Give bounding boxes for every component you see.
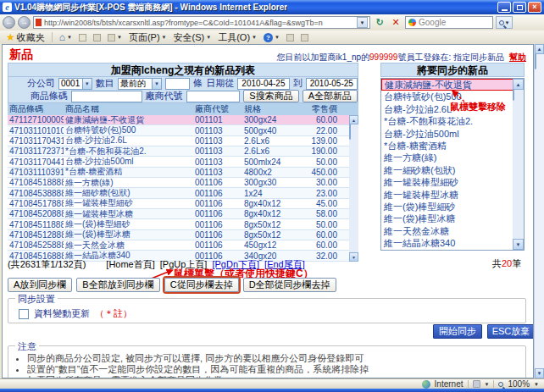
help-icon: ? (264, 33, 273, 42)
list-item[interactable]: 維一(袋)棒型細砂 (381, 201, 513, 213)
address-dropdown[interactable]: ▼ (357, 17, 368, 28)
table-scrollbar[interactable]: ▲ ▼ (349, 115, 358, 262)
data-update-checkbox[interactable] (19, 309, 29, 319)
status-bar: Internet ▼ 100% ▼ (0, 378, 544, 389)
restore-button[interactable] (513, 2, 526, 13)
list-item[interactable]: *台糖-糖蜜酒精 (381, 140, 513, 152)
sync-button-d[interactable]: D全部從同步欄去掉 (243, 278, 336, 292)
list-scrollbar[interactable]: ▲ ▼ (513, 79, 524, 250)
home-icon: ⌂ (59, 32, 65, 42)
tools-menu-label: 工具(O) (218, 31, 250, 44)
help-menu[interactable]: ? ▼ (262, 31, 281, 44)
sync-button-b[interactable]: B全部放到同步欄 (76, 278, 159, 292)
table-cell: 4710845128888 (8, 230, 64, 240)
table-cell: 001106 (193, 220, 242, 229)
back-button[interactable]: ← (3, 16, 15, 29)
sync-button-a[interactable]: A放到同步欄 (8, 278, 72, 292)
forward-button[interactable]: → (18, 16, 31, 29)
safety-menu[interactable]: 安全(S) ▼ (172, 31, 214, 44)
table-cell: 001106 (193, 230, 242, 240)
print-button[interactable]: ▼ (106, 31, 124, 44)
restore-icon (517, 5, 523, 10)
table-cell: 4710845118889 (8, 220, 64, 229)
list-item[interactable]: 維一方糖(綠) (381, 152, 513, 163)
extra-tool-button-2[interactable] (299, 31, 310, 44)
barcode-input[interactable] (71, 91, 142, 102)
table-cell: 4710311704417 (8, 157, 64, 167)
browser-window: e V1.04購物網同步作業[X-POS 雲端商務網] - Windows In… (0, 0, 544, 392)
page-menu[interactable]: 页面(P) ▼ (127, 31, 169, 44)
scrollbar-thumb[interactable] (513, 89, 514, 101)
scrollbar-thumb[interactable] (349, 124, 351, 140)
chevron-down-icon: ▼ (505, 20, 510, 25)
stop-button[interactable]: ✕ (389, 16, 402, 29)
read-mail-button[interactable] (92, 31, 103, 44)
remove-annotation: 鼠標雙擊移除 (450, 101, 506, 113)
list-item[interactable]: 維一天然金冰糖 (381, 225, 513, 237)
table-cell: 450.00 (291, 168, 344, 177)
page-scrollbar[interactable]: ▲ ▼ (534, 44, 544, 378)
date-to-input[interactable]: 2010-05-25 (306, 78, 358, 90)
list-item[interactable]: *台糖-不飽和葵花油2. (381, 115, 513, 127)
close-button[interactable]: × (528, 2, 541, 13)
sync-count: 共20筆 (492, 257, 521, 270)
page-menu-label: 页面(P) (129, 31, 160, 44)
table-cell: 500gx40 (242, 126, 291, 135)
vendor-label: 廠商代號 (146, 90, 183, 102)
scroll-up-icon[interactable]: ▲ (535, 44, 544, 54)
all-new-products-button[interactable]: A全部新品 (303, 90, 358, 102)
sync-button-c[interactable]: C從同步欄去掉 (164, 278, 239, 292)
table-cell: 4710845178883 (8, 199, 64, 208)
protected-mode-icon (473, 380, 480, 388)
scroll-down-icon[interactable]: ▼ (513, 239, 524, 250)
feeds-button[interactable] (77, 31, 88, 44)
tools-menu[interactable]: 工具(O) ▼ (216, 31, 258, 44)
search-products-button[interactable]: S搜索商品 (243, 90, 298, 102)
list-item[interactable]: 台糖-沙拉油500ml (381, 128, 513, 140)
search-button[interactable]: ▼ (496, 16, 513, 29)
order-select[interactable]: 最前的 ▼ (118, 78, 162, 90)
extra-tool-button[interactable] (285, 31, 296, 44)
status-zone: Internet (435, 379, 464, 389)
start-sync-button[interactable]: 開始同步 (433, 324, 482, 339)
filter-panel: 分公司 0001 ▼ 數目 最前的 ▼ 條 日期從 2010-04-25 到 2… (8, 77, 358, 103)
home-button[interactable]: ⌂ ▼ (58, 31, 74, 44)
url-text: http://win2008/ts/btsh/xcarsxnltl.asp?fr… (44, 19, 354, 27)
list-item[interactable]: 維一(袋)棒型冰糖 (381, 213, 513, 224)
favorites-button[interactable]: ★ 收藏夹 (4, 31, 47, 44)
help-link[interactable]: 幫助 (509, 52, 526, 62)
table-cell: 60.00 (291, 230, 344, 240)
scrollbar-thumb[interactable] (535, 53, 536, 69)
minimize-button[interactable] (497, 2, 511, 13)
list-item[interactable]: 健康減納鹽-不收退貨 (381, 79, 513, 91)
vendor-input[interactable] (186, 91, 241, 102)
order-value: 最前的 (120, 78, 146, 90)
data-update-note: （＊註） (95, 307, 132, 320)
count-input[interactable] (165, 78, 190, 90)
list-item[interactable]: 維一細砂糖(包狀) (381, 164, 513, 176)
list-item[interactable]: 維一罐裝棒型細砂 (381, 176, 513, 188)
favorites-star-icon: ★ (6, 32, 15, 42)
sync-settings-legend: 同步設置 (15, 293, 58, 306)
table-cell: 001106 (193, 199, 242, 208)
list-item[interactable]: 維一結晶冰糖340 (381, 237, 513, 249)
address-field[interactable]: http://win2008/ts/btsh/xcarsxnltl.asp?fr… (33, 16, 370, 29)
search-input[interactable]: Google (405, 16, 493, 29)
table-cell: 190.00 (291, 146, 344, 156)
table-cell: 45.00 (291, 199, 344, 208)
branch-select[interactable]: 0001 ▼ (58, 78, 92, 90)
date-from-input[interactable]: 2010-04-25 (237, 78, 289, 90)
table-cell: 8gx40x12 (242, 209, 291, 218)
table-cell: 58.00 (291, 209, 344, 218)
table-cell: 139.00 (291, 136, 344, 146)
list-item[interactable]: 維一罐裝棒型冰糖 (381, 189, 513, 201)
scroll-down-icon[interactable]: ▼ (535, 368, 544, 378)
date-from-label: 日期從 (206, 77, 234, 90)
page-content: 新品 您目前以加盟商ik1_np的999999號員工登錄在: 指定同步新品幫助 … (2, 44, 534, 378)
zoom-level[interactable]: 100% (508, 379, 530, 389)
refresh-button[interactable]: ↻ (373, 16, 386, 29)
page-favicon (36, 19, 42, 26)
esc-cancel-button[interactable]: ESC放棄 (487, 324, 534, 339)
branch-value: 0001 (61, 79, 80, 88)
scroll-up-icon[interactable]: ▲ (513, 79, 524, 90)
